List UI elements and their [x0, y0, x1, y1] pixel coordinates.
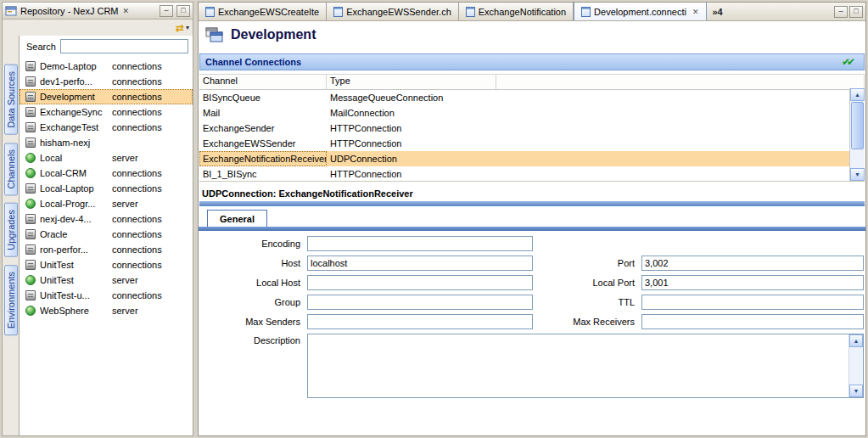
scroll-down-icon[interactable]: ▼ [849, 385, 863, 397]
tree-item[interactable]: Local-Laptopconnections [20, 181, 193, 196]
tree-item[interactable]: ron-perfor...connections [20, 242, 193, 257]
ttl-label: TTL [540, 297, 635, 307]
group-field[interactable] [307, 295, 533, 310]
tree-item-type: connections [112, 168, 191, 178]
tree-item[interactable]: hisham-nexj [20, 135, 193, 150]
empty-cell [496, 151, 850, 166]
editor-tabbar: ExchangeEWSCreateIte ExchangeEWSSender.c… [199, 3, 865, 21]
port-field[interactable] [641, 256, 864, 271]
max-senders-field[interactable] [307, 314, 533, 329]
description-scrollbar[interactable]: ▲ ▼ [848, 334, 863, 397]
channel-cell: ExchangeSender [199, 121, 327, 136]
tree-item-type: connections [112, 76, 191, 87]
scrollbar-track[interactable] [849, 347, 863, 385]
table-row[interactable]: Mail MailConnection [199, 105, 850, 121]
toolbar-dropdown-icon[interactable]: ▾ [186, 24, 189, 31]
scrollbar-track[interactable] [850, 101, 865, 168]
tab-channels[interactable]: Channels [4, 143, 18, 195]
scrollbar-thumb[interactable] [851, 102, 864, 149]
editor-tab[interactable]: ExchangeEWSCreateIte [199, 3, 327, 20]
tree-item[interactable]: Local-Progr...server [20, 196, 193, 211]
server-icon [25, 229, 36, 239]
type-cell: HTTPConnection [327, 121, 496, 136]
tree-item-name: WebSphere [40, 306, 112, 316]
tab-upgrades[interactable]: Upgrades [4, 203, 18, 257]
search-input[interactable] [60, 39, 188, 53]
table-row[interactable]: ExchangeEWSSender HTTPConnection [199, 136, 850, 151]
server-icon [25, 260, 36, 270]
category-tab-strip: Data Sources Channels Upgrades Environme… [3, 36, 19, 435]
environment-tree: Demo-Laptopconnections dev1-perfo...conn… [20, 56, 193, 435]
development-icon [205, 25, 224, 44]
local-port-field[interactable] [641, 275, 864, 290]
table-scrollbar[interactable]: ▲ ▼ [849, 88, 865, 181]
empty-cell [496, 105, 850, 121]
tree-item[interactable]: dev1-perfo...connections [20, 74, 193, 89]
panel-maximize-button[interactable]: □ [176, 5, 190, 17]
column-header-type[interactable]: Type [327, 75, 496, 89]
scroll-down-icon[interactable]: ▼ [850, 168, 865, 181]
tree-item[interactable]: nexj-dev-4...connections [20, 211, 193, 227]
editor-area: ExchangeEWSCreateIte ExchangeEWSSender.c… [198, 2, 866, 436]
editor-tab[interactable]: ExchangeNotification [459, 3, 574, 20]
minimize-button[interactable]: – [834, 6, 848, 18]
panel-minimize-button[interactable]: – [160, 5, 173, 17]
host-field[interactable] [307, 256, 533, 271]
tree-item[interactable]: Localserver [20, 150, 193, 166]
tree-item-type: connections [112, 260, 191, 270]
tree-item[interactable]: UnitTestserver [20, 272, 193, 288]
tree-item-name: Demo-Laptop [40, 61, 112, 71]
channel-cell: Mail [199, 105, 327, 121]
ttl-field[interactable] [641, 295, 864, 310]
tree-item[interactable]: Local-CRMconnections [20, 166, 193, 181]
tree-item-type: connections [112, 290, 191, 300]
server-icon [25, 183, 36, 194]
link-with-editor-icon[interactable]: ⇄ [176, 22, 184, 34]
page-header: Development [199, 21, 865, 48]
tree-item-selected[interactable]: Developmentconnections [20, 89, 193, 104]
editor-tab[interactable]: ExchangeEWSSender.ch [327, 3, 459, 20]
tree-item[interactable]: UnitTestconnections [20, 257, 193, 272]
editor-tab-active[interactable]: Development.connecti ✕ [574, 3, 706, 20]
table-row-selected[interactable]: ExchangeNotificationReceiver UDPConnecti… [199, 151, 850, 166]
close-icon[interactable]: ✕ [692, 8, 699, 16]
channel-cell: ExchangeNotificationReceiver [199, 151, 327, 166]
table-row[interactable]: ExchangeSender HTTPConnection [199, 121, 850, 136]
tree-item-type: server [112, 199, 191, 209]
host-label: Host [200, 258, 300, 268]
tab-data-sources[interactable]: Data Sources [4, 65, 18, 135]
tree-item-type: connections [112, 244, 191, 255]
close-icon[interactable]: ✕ [123, 7, 130, 15]
tree-item[interactable]: ExchangeSyncconnections [20, 104, 193, 120]
encoding-field[interactable] [307, 236, 533, 251]
local-host-field[interactable] [307, 275, 533, 290]
globe-icon [25, 306, 36, 316]
tab-environments[interactable]: Environments [4, 265, 18, 335]
maximize-button[interactable]: □ [849, 6, 863, 18]
column-header-empty[interactable] [496, 75, 865, 89]
tree-item[interactable]: UnitTest-u...connections [20, 288, 193, 303]
server-icon [25, 244, 36, 255]
tree-item[interactable]: WebSphereserver [20, 303, 193, 318]
table-row[interactable]: BISyncQueue MessageQueueConnection [199, 90, 850, 105]
hidden-tabs-chevron[interactable]: »4 [707, 3, 729, 20]
max-receivers-field[interactable] [641, 314, 864, 329]
tree-item[interactable]: Demo-Laptopconnections [20, 59, 193, 74]
tab-general[interactable]: General [207, 210, 267, 227]
globe-icon [25, 168, 36, 178]
empty-cell [496, 121, 850, 136]
scroll-up-icon[interactable]: ▲ [849, 334, 863, 347]
table-row[interactable]: BI_1_BISync HTTPConnection [199, 166, 850, 182]
description-field[interactable] [308, 334, 849, 397]
server-icon [25, 122, 36, 132]
server-icon [25, 138, 36, 148]
tree-item-name: Local-Progr... [40, 199, 112, 209]
scroll-up-icon[interactable]: ▲ [850, 88, 865, 101]
column-header-channel[interactable]: Channel [199, 75, 327, 89]
repository-toolbar: ⇄ ▾ [3, 20, 193, 36]
tree-item[interactable]: ExchangeTestconnections [20, 120, 193, 135]
validate-check-icon[interactable]: ✔✔ [842, 56, 859, 68]
local-port-label: Local Port [540, 278, 635, 288]
tree-item-name: UnitTest-u... [40, 290, 112, 300]
tree-item[interactable]: Oracleconnections [20, 227, 193, 242]
